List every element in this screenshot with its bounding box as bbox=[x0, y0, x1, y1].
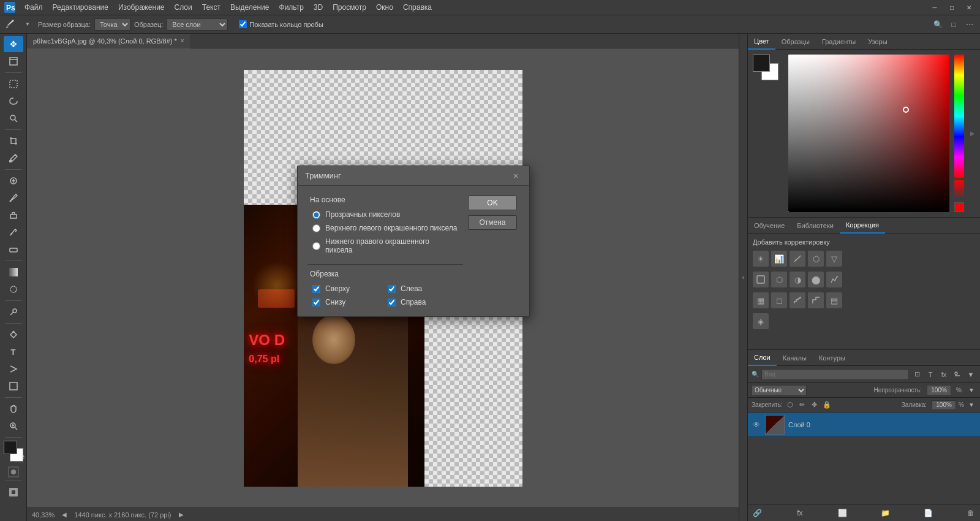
color-lookup-icon[interactable]: ▦ bbox=[753, 292, 769, 308]
tab-swatches[interactable]: Образцы bbox=[775, 34, 816, 50]
path-select-tool[interactable] bbox=[4, 361, 23, 377]
exposure-icon[interactable]: ⬡ bbox=[808, 251, 824, 267]
layers-search-input[interactable] bbox=[761, 369, 909, 380]
menu-image[interactable]: Изображение bbox=[113, 2, 170, 13]
gradient-map-icon[interactable]: ▤ bbox=[826, 292, 842, 308]
blend-mode-select[interactable]: Обычные bbox=[752, 385, 807, 396]
vibrance-icon[interactable]: ▽ bbox=[826, 251, 842, 267]
tab-paths[interactable]: Контуры bbox=[813, 350, 851, 366]
gradient-tool[interactable] bbox=[4, 264, 23, 280]
fill-dropdown[interactable]: ▼ bbox=[967, 400, 976, 410]
show-ring-checkbox[interactable] bbox=[239, 20, 247, 28]
tab-close-button[interactable]: × bbox=[181, 37, 184, 44]
add-mask-icon[interactable]: ⬜ bbox=[837, 508, 848, 519]
menu-filter[interactable]: Фильтр bbox=[274, 2, 309, 13]
move-tool[interactable]: ✥ bbox=[4, 36, 23, 52]
selective-color-icon[interactable]: ◈ bbox=[753, 313, 769, 329]
bottom-right-pixel-option[interactable]: Нижнего правого окрашенного пиксела bbox=[312, 237, 458, 254]
color-balance-icon[interactable]: ⬡ bbox=[771, 272, 787, 287]
eraser-tool[interactable] bbox=[4, 241, 23, 257]
lock-all-icon[interactable]: 🔒 bbox=[822, 400, 832, 410]
lock-pixels-icon[interactable]: ⬡ bbox=[785, 400, 795, 410]
layer-item[interactable]: 👁 Слой 0 bbox=[748, 413, 980, 437]
heal-tool[interactable] bbox=[4, 173, 23, 189]
menu-window[interactable]: Окно bbox=[371, 2, 398, 13]
quick-mask-button[interactable] bbox=[8, 466, 19, 477]
show-ring-option[interactable]: Показать кольцо пробы bbox=[239, 20, 323, 28]
history-brush-tool[interactable] bbox=[4, 224, 23, 240]
top-left-pixel-option[interactable]: Верхнего левого окрашенного пиксела bbox=[312, 224, 458, 232]
close-button[interactable]: ✕ bbox=[960, 0, 978, 15]
black-white-icon[interactable]: ◑ bbox=[790, 272, 805, 287]
document-tab[interactable]: p6Iwc1vBGpA.jpg @ 40,3% (Слой 0, RGB/8#)… bbox=[27, 34, 191, 48]
new-layer-icon[interactable]: 📄 bbox=[922, 508, 933, 519]
status-arrow-left[interactable]: ◀ bbox=[62, 511, 67, 518]
foreground-color[interactable] bbox=[4, 441, 17, 454]
text-tool[interactable]: T bbox=[4, 344, 23, 360]
crop-bottom-option[interactable]: Снизу bbox=[312, 298, 383, 306]
panel-collapse-tab[interactable]: ‹ bbox=[739, 34, 747, 521]
menu-text[interactable]: Текст bbox=[197, 2, 225, 13]
tab-training[interactable]: Обучение bbox=[748, 218, 791, 234]
new-group-icon[interactable]: 📁 bbox=[880, 508, 891, 519]
menu-layers[interactable]: Слои bbox=[170, 2, 197, 13]
stamp-tool[interactable] bbox=[4, 207, 23, 223]
menu-view[interactable]: Просмотр bbox=[328, 2, 371, 13]
transparent-pixels-option[interactable]: Прозрачных пикселов bbox=[312, 210, 458, 219]
layers-filter-icon[interactable]: ⊡ bbox=[911, 369, 922, 380]
quick-select-tool[interactable] bbox=[4, 110, 23, 126]
shape-tool[interactable] bbox=[4, 378, 23, 394]
tab-libraries[interactable]: Библиотеки bbox=[791, 218, 840, 234]
link-layers-icon[interactable]: 🔗 bbox=[752, 508, 763, 519]
crop-left-option[interactable]: Слева bbox=[388, 284, 458, 293]
menu-help[interactable]: Справка bbox=[398, 2, 437, 13]
channel-mixer-icon[interactable] bbox=[826, 272, 842, 287]
ok-button[interactable]: OK bbox=[468, 196, 517, 210]
pen-tool[interactable] bbox=[4, 327, 23, 343]
color-picker-area[interactable] bbox=[788, 55, 949, 212]
layers-smart-filter-icon[interactable]: ▼ bbox=[965, 369, 976, 380]
menu-edit[interactable]: Редактирование bbox=[48, 2, 113, 13]
search-icon[interactable]: 🔍 bbox=[931, 18, 944, 31]
transparent-pixels-radio[interactable] bbox=[312, 211, 320, 219]
tab-color[interactable]: Цвет bbox=[748, 34, 775, 50]
top-left-pixel-radio[interactable] bbox=[312, 224, 320, 232]
modal-close-button[interactable]: × bbox=[510, 170, 522, 182]
layers-text-filter-icon[interactable]: T bbox=[925, 369, 936, 380]
crop-right-option[interactable]: Справа bbox=[388, 298, 458, 306]
fg-swatch[interactable] bbox=[753, 55, 770, 72]
sample-select[interactable]: Все слои bbox=[167, 18, 228, 31]
extra-icon[interactable]: ⋯ bbox=[963, 18, 976, 31]
threshold-icon[interactable] bbox=[808, 292, 824, 308]
minimize-button[interactable]: ─ bbox=[926, 0, 943, 15]
brush-tool[interactable] bbox=[4, 190, 23, 206]
tab-gradients[interactable]: Градиенты bbox=[816, 34, 862, 50]
brightness-contrast-icon[interactable]: ☀ bbox=[753, 251, 769, 267]
crop-left-checkbox[interactable] bbox=[388, 285, 396, 293]
workspace-icon[interactable]: □ bbox=[947, 18, 960, 31]
layers-adj-filter-icon[interactable] bbox=[952, 369, 963, 380]
status-arrow-right[interactable]: ▶ bbox=[179, 511, 184, 518]
levels-icon[interactable]: 📊 bbox=[771, 251, 787, 267]
delete-layer-icon[interactable]: 🗑 bbox=[965, 508, 976, 519]
opacity-input[interactable] bbox=[927, 385, 951, 396]
menu-select[interactable]: Выделение bbox=[225, 2, 274, 13]
maximize-button[interactable]: □ bbox=[943, 0, 960, 15]
bottom-right-pixel-radio[interactable] bbox=[312, 242, 320, 250]
curves-icon[interactable] bbox=[790, 251, 805, 267]
crop-top-checkbox[interactable] bbox=[312, 285, 320, 293]
lasso-tool[interactable] bbox=[4, 93, 23, 109]
dodge-tool[interactable] bbox=[4, 304, 23, 320]
layer-visibility-toggle[interactable]: 👁 bbox=[752, 420, 761, 430]
zoom-tool[interactable] bbox=[4, 418, 23, 434]
tab-corrections[interactable]: Коррекция bbox=[840, 218, 885, 234]
cancel-button[interactable]: Отмена bbox=[468, 215, 517, 230]
hue-slider[interactable] bbox=[954, 55, 964, 178]
hand-tool[interactable] bbox=[4, 401, 23, 417]
screen-mode-button[interactable] bbox=[4, 484, 23, 500]
opacity-dropdown[interactable]: ▼ bbox=[967, 386, 976, 395]
lock-artboard-icon[interactable]: ✥ bbox=[810, 400, 820, 410]
crop-bottom-checkbox[interactable] bbox=[312, 299, 320, 306]
alpha-slider[interactable] bbox=[954, 180, 964, 199]
eyedropper-tool[interactable] bbox=[4, 150, 23, 166]
